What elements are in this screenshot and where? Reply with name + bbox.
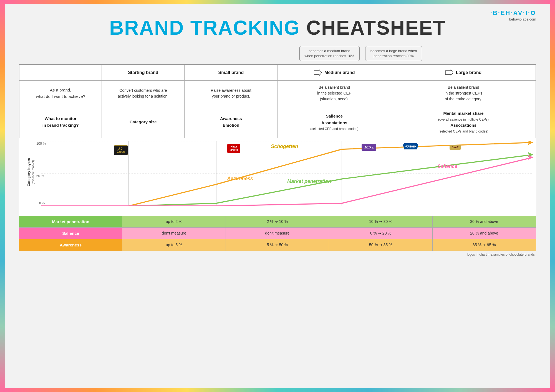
y-tick-50: 50 % (36, 174, 44, 178)
col-header-starting: Starting brand (102, 65, 185, 81)
metrics-label-penetration: Market penetration (19, 216, 122, 227)
color-border-left (0, 0, 5, 392)
brand-orion: ·Orion· (403, 143, 418, 149)
row2-medium: SalienceAssociations (selected CEP and b… (278, 106, 391, 138)
metrics-penetration-starting: up to 2 % (122, 216, 226, 227)
svg-text:Awareness: Awareness (227, 176, 253, 181)
main-content: ·B·EH·AV·I·O behaviolabs.com BRAND TRACK… (5, 4, 550, 388)
metrics-row-awareness: Awareness up to 5 % 5 % ➜ 50 % 50 % ➜ 85… (19, 239, 536, 251)
chart-container: Category buyers(available market) Awaren… (19, 138, 536, 216)
arrow-to-large-icon (445, 69, 453, 77)
color-border-right (550, 0, 555, 392)
metrics-penetration-large: 30 % and above (433, 216, 536, 227)
title-brand-part: BRAND TRACKING (109, 17, 300, 39)
svg-text:Salience: Salience (437, 164, 457, 169)
metrics-salience-medium: 0 % ➜ 20 % (329, 228, 432, 239)
metrics-wrapper: Market penetration up to 2 % 2 % ➜ 10 % … (19, 216, 536, 251)
brand-milka: Milka (362, 144, 376, 151)
metrics-penetration-small: 2 % ➜ 10 % (226, 216, 329, 227)
metrics-awareness-large: 85 % ➜ 95 % (433, 239, 536, 251)
logo-area: ·B·EH·AV·I·O behaviolabs.com (490, 9, 536, 21)
logo-subtitle: behaviolabs.com (490, 17, 536, 21)
row2-large: Mental market share (overall salience in… (391, 106, 536, 138)
col-header-small: Small brand (185, 65, 278, 81)
y-tick-0: 0 % (39, 201, 45, 205)
metrics-awareness-small: 5 % ➜ 50 % (226, 239, 329, 251)
row2-label: What to monitorin brand tracking? (19, 106, 102, 138)
row1-label: As a brand,what do I want to achieve? (19, 81, 102, 106)
col-header-medium: Medium brand (278, 65, 391, 81)
metrics-salience-large: 20 % and above (433, 228, 536, 239)
metrics-awareness-starting: up to 5 % (122, 239, 226, 251)
y-tick-100: 100 % (36, 142, 46, 146)
y-axis-main-label: Category buyers(available market) (27, 158, 35, 187)
metrics-row-salience: Salience don't measure don't measure 0 %… (19, 227, 536, 239)
svg-text:Market penetration: Market penetration (287, 179, 331, 184)
svg-marker-1 (445, 70, 453, 76)
brand-ritter-sport: RitterSPORT (227, 144, 240, 153)
color-border-bottom (5, 388, 550, 392)
col-header-empty (19, 65, 102, 81)
y-axis-label-container: Category buyers(available market) (21, 138, 41, 206)
metrics-label-salience: Salience (19, 228, 122, 239)
row1-small: Raise awareness aboutyour brand or produ… (185, 81, 278, 106)
row1-large: Be a salient brandin the strongest CEPso… (391, 81, 536, 106)
metrics-salience-small: don't measure (226, 228, 329, 239)
annotation-medium: becomes a medium brandwhen penetration r… (299, 46, 360, 61)
metrics-awareness-medium: 50 % ➜ 85 % (329, 239, 432, 251)
row2-starting: Category size (102, 106, 185, 138)
row1-starting: Convert customers who areactively lookin… (102, 81, 185, 106)
metrics-label-awareness: Awareness (19, 239, 122, 251)
color-border-top (5, 0, 550, 4)
main-table: Starting brand Small brand Medium brand (19, 64, 536, 138)
footer-note: logos in chart = examples of chocolate b… (19, 253, 536, 256)
brand-jd-gross: J.D.Gross (114, 145, 128, 155)
title-cheatsheet-part: CHEATSHEET (300, 17, 446, 39)
page-title: BRAND TRACKING CHEATSHEET (19, 12, 536, 39)
annotation-large: becomes a large brand whenpenetration re… (365, 46, 422, 61)
logo-text: ·B·EH·AV·I·O (490, 9, 536, 17)
annotations-row: becomes a medium brandwhen penetration r… (19, 46, 536, 61)
row1-medium: Be a salient brandin the selected CEP(si… (278, 81, 391, 106)
arrow-to-medium-icon (314, 69, 322, 77)
metrics-salience-starting: don't measure (122, 228, 226, 239)
brand-lindt: Lindt (450, 144, 461, 150)
brand-schogetten: Schogetten (269, 142, 300, 151)
metrics-row-penetration: Market penetration up to 2 % 2 % ➜ 10 % … (19, 216, 536, 227)
metrics-penetration-medium: 10 % ➜ 30 % (329, 216, 432, 227)
col-header-large: Large brand (391, 65, 536, 81)
row2-small: AwarenessEmotion (185, 106, 278, 138)
svg-marker-0 (314, 70, 322, 76)
